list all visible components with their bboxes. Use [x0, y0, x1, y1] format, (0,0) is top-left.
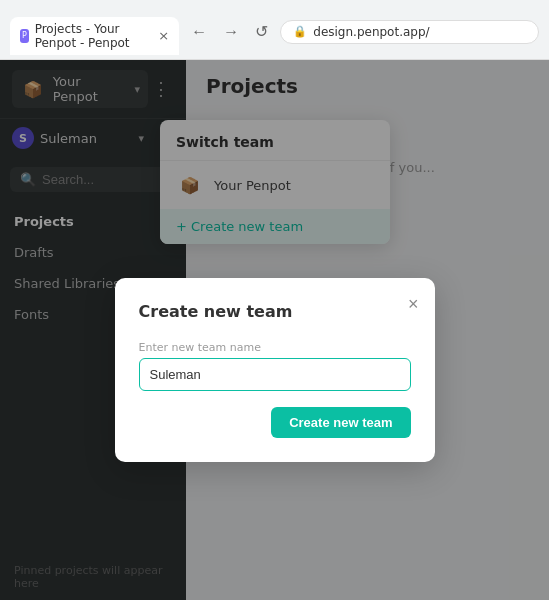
- team-name-form-group: Enter new team name: [139, 341, 411, 391]
- tab-title: Projects - Your Penpot - Penpot: [35, 22, 149, 50]
- app-area: 📦 Your Penpot ▾ ⋮ S Suleman ▾ ⋮ 🔍 Projec…: [0, 60, 549, 600]
- modal-close-button[interactable]: ×: [408, 294, 419, 315]
- back-button[interactable]: ←: [187, 21, 211, 43]
- modal-footer: Create new team: [139, 407, 411, 438]
- modal-backdrop[interactable]: Create new team × Enter new team name Cr…: [0, 60, 549, 600]
- forward-button[interactable]: →: [219, 21, 243, 43]
- team-name-label: Enter new team name: [139, 341, 411, 354]
- tab-close-icon[interactable]: ×: [158, 28, 169, 43]
- address-bar[interactable]: 🔒 design.penpot.app/: [280, 20, 539, 44]
- create-team-modal: Create new team × Enter new team name Cr…: [115, 278, 435, 462]
- modal-title: Create new team: [139, 302, 411, 321]
- address-text: design.penpot.app/: [313, 25, 429, 39]
- create-team-submit-button[interactable]: Create new team: [271, 407, 410, 438]
- team-name-input[interactable]: [139, 358, 411, 391]
- tab-icon: P: [20, 29, 29, 43]
- lock-icon: 🔒: [293, 25, 307, 38]
- nav-bar: ← → ↺ 🔒 design.penpot.app/: [187, 16, 539, 44]
- reload-button[interactable]: ↺: [251, 20, 272, 43]
- browser-chrome: P Projects - Your Penpot - Penpot × ← → …: [0, 0, 549, 60]
- browser-tab[interactable]: P Projects - Your Penpot - Penpot ×: [10, 17, 179, 55]
